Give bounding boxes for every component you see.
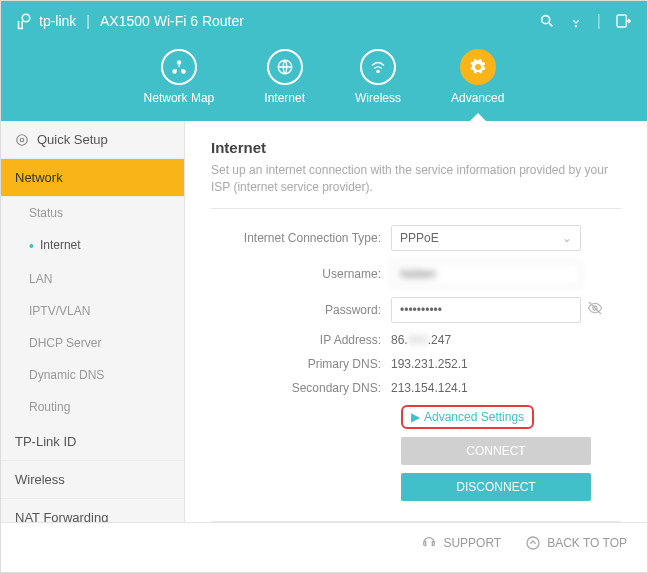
page-desc: Set up an internet connection with the s… [211,162,621,209]
eye-off-icon[interactable] [587,300,603,319]
svg-rect-3 [617,15,626,27]
sidebar-sub-internet[interactable]: Internet [1,229,184,263]
back-to-top-button[interactable]: BACK TO TOP [525,535,627,551]
sidebar-sub-status[interactable]: Status [1,197,184,229]
svg-point-12 [527,537,539,549]
tab-internet[interactable]: Internet [264,49,305,105]
sidebar: Quick Setup Network Status Internet LAN … [1,121,185,522]
svg-point-4 [177,60,182,65]
tab-advanced[interactable]: Advanced [451,49,504,105]
header-divider: | [597,12,601,30]
username-input[interactable] [391,261,581,287]
search-icon[interactable] [539,13,555,29]
svg-point-8 [377,70,379,72]
password-label: Password: [211,303,391,317]
sidebar-item-quicksetup[interactable]: Quick Setup [1,121,184,159]
model-name: AX1500 Wi-Fi 6 Router [100,13,244,29]
secondary-dns-value: 213.154.124.1 [391,381,468,395]
svg-point-0 [22,14,30,22]
page-title: Internet [211,139,621,156]
brand: tp-link | AX1500 Wi-Fi 6 Router [17,12,244,30]
sidebar-sub-ddns[interactable]: Dynamic DNS [1,359,184,391]
sidebar-sub-dhcp[interactable]: DHCP Server [1,327,184,359]
username-label: Username: [211,267,391,281]
advanced-settings-link[interactable]: ▶ Advanced Settings [401,405,534,429]
logout-icon[interactable] [615,13,631,29]
sidebar-item-network[interactable]: Network [1,159,184,197]
primary-dns-value: 193.231.252.1 [391,357,468,371]
primary-dns-label: Primary DNS: [211,357,391,371]
support-button[interactable]: SUPPORT [421,535,501,551]
brand-separator: | [86,13,90,29]
tab-network-map[interactable]: Network Map [144,49,215,105]
sidebar-item-wireless[interactable]: Wireless [1,461,184,499]
tplink-logo: tp-link [17,12,76,30]
password-input[interactable] [391,297,581,323]
sidebar-sub-routing[interactable]: Routing [1,391,184,423]
sidebar-sub-iptv[interactable]: IPTV/VLAN [1,295,184,327]
svg-point-9 [17,134,28,145]
sidebar-sub-lan[interactable]: LAN [1,263,184,295]
secondary-dns-label: Secondary DNS: [211,381,391,395]
connect-button[interactable]: CONNECT [401,437,591,465]
svg-point-2 [575,25,577,27]
ip-label: IP Address: [211,333,391,347]
header-bar: tp-link | AX1500 Wi-Fi 6 Router | [1,1,647,41]
disconnect-button[interactable]: DISCONNECT [401,473,591,501]
main-tabs: Network Map Internet Wireless Advanced [1,41,647,121]
sidebar-item-tplinkid[interactable]: TP-Link ID [1,423,184,461]
ip-value: 86.000.247 [391,333,451,347]
chevron-down-icon: ⌄ [562,231,572,245]
tab-wireless[interactable]: Wireless [355,49,401,105]
footer: SUPPORT BACK TO TOP [1,522,647,562]
conn-type-label: Internet Connection Type: [211,231,391,245]
play-icon: ▶ [411,410,420,424]
sidebar-item-nat[interactable]: NAT Forwarding [1,499,184,522]
svg-point-10 [20,138,24,142]
conn-type-select[interactable]: PPPoE ⌄ [391,225,581,251]
main-panel: Internet Set up an internet connection w… [185,121,647,522]
svg-point-1 [542,16,550,24]
download-icon[interactable] [569,14,583,28]
